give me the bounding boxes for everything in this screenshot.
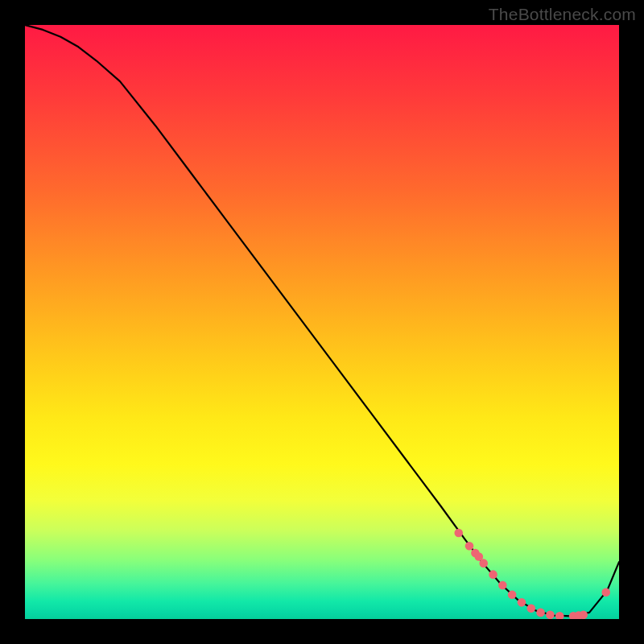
svg-point-9	[526, 604, 535, 613]
svg-point-11	[546, 611, 555, 619]
curve-line	[25, 25, 619, 616]
svg-point-8	[518, 598, 526, 607]
highlight-dots	[454, 529, 610, 619]
svg-point-12	[555, 612, 564, 619]
watermark-text: TheBottleneck.com	[489, 5, 636, 24]
plot-area	[25, 25, 619, 619]
svg-point-1	[465, 542, 474, 551]
svg-point-0	[454, 529, 463, 538]
svg-point-5	[489, 570, 497, 579]
svg-point-4	[479, 559, 488, 568]
chart-svg	[25, 25, 619, 619]
chart-frame: TheBottleneck.com	[0, 0, 644, 644]
svg-point-7	[508, 590, 517, 599]
svg-point-10	[536, 609, 545, 617]
svg-point-16	[601, 588, 610, 597]
svg-point-6	[498, 581, 507, 590]
svg-point-15	[579, 611, 588, 619]
